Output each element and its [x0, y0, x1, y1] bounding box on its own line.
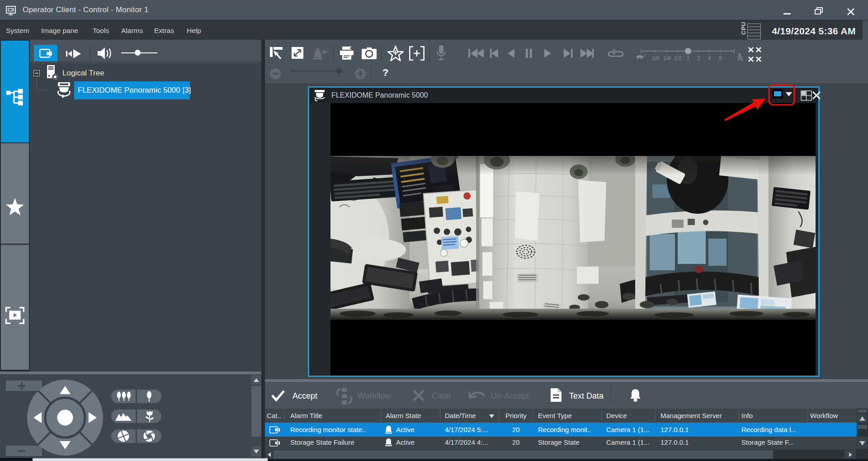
- svg-text:4: 4: [708, 55, 711, 61]
- svg-text:1/4: 1/4: [663, 55, 671, 61]
- svg-text:1/2: 1/2: [674, 55, 682, 61]
- svg-text:2: 2: [697, 55, 700, 61]
- svg-text:8: 8: [719, 55, 722, 61]
- svg-text:1: 1: [687, 55, 690, 61]
- svg-text:1/8: 1/8: [652, 55, 660, 61]
